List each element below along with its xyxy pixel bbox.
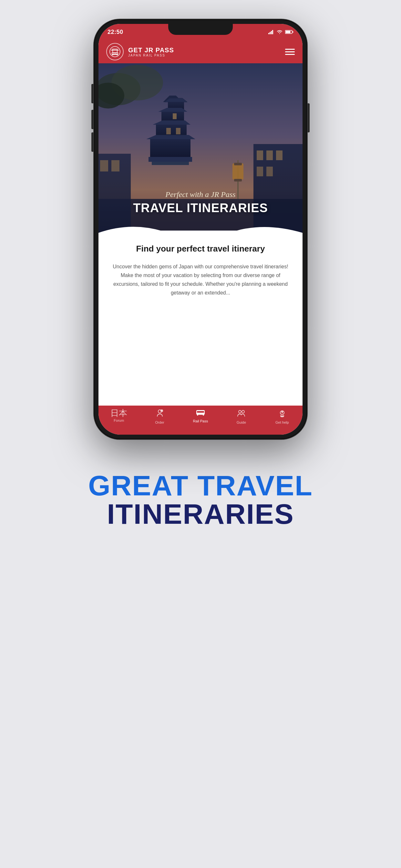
svg-rect-66	[281, 411, 283, 412]
hero-subtitle: Perfect with a JR Pass	[105, 190, 296, 199]
content-section: Find your perfect travel itinerary Uncov…	[98, 230, 303, 409]
promo-line2: ITINERARIES	[88, 500, 312, 528]
hero-section: Perfect with a JR Pass TRAVEL ITINERARIE…	[98, 63, 303, 244]
svg-rect-50	[98, 63, 303, 244]
tab-icon-forum: 日本	[111, 409, 127, 417]
tab-label-guide: Guide	[237, 421, 246, 424]
hamburger-menu-button[interactable]	[285, 49, 295, 55]
svg-rect-61	[197, 414, 204, 415]
tab-item-railpass[interactable]: Rail Pass	[180, 409, 221, 423]
svg-rect-17	[117, 50, 118, 52]
svg-rect-6	[292, 31, 294, 33]
svg-rect-1	[270, 32, 271, 34]
svg-rect-2	[271, 31, 272, 34]
signal-icon	[268, 30, 274, 34]
hero-text: Perfect with a JR Pass TRAVEL ITINERARIE…	[98, 190, 303, 215]
tab-bar: 日本 Forum + Order	[98, 406, 303, 435]
svg-text:+: +	[161, 410, 162, 412]
content-heading: Find your perfect travel itinerary	[109, 244, 292, 254]
svg-point-12	[112, 55, 113, 56]
tab-icon-railpass	[196, 409, 205, 418]
svg-rect-5	[286, 31, 290, 33]
svg-rect-57	[199, 413, 201, 414]
wifi-icon	[277, 30, 282, 34]
svg-rect-16	[112, 50, 113, 52]
hero-title: TRAVEL ITINERARIES	[105, 202, 296, 215]
svg-rect-15	[112, 49, 118, 50]
tab-label-order: Order	[155, 421, 164, 424]
tab-label-gethelp: Get help	[275, 421, 289, 424]
svg-point-13	[117, 55, 118, 56]
promo-text: GREAT TRAVEL ITINERARIES	[88, 471, 312, 528]
svg-point-63	[242, 410, 244, 413]
tab-item-gethelp[interactable]: Get help	[262, 409, 303, 424]
svg-rect-14	[111, 50, 119, 51]
tab-icon-order: +	[155, 409, 164, 419]
svg-rect-58	[203, 413, 204, 414]
svg-rect-56	[197, 413, 198, 414]
svg-point-65	[281, 412, 283, 413]
promo-line1: GREAT TRAVEL	[88, 471, 312, 500]
svg-rect-11	[116, 53, 118, 54]
tab-item-order[interactable]: + Order	[139, 409, 180, 424]
logo-icon	[109, 46, 121, 58]
logo-circle	[106, 43, 124, 60]
logo-sub-text: JAPAN RAIL PASS	[128, 54, 174, 57]
phone-notch	[168, 24, 233, 35]
svg-rect-0	[268, 33, 269, 34]
status-time: 22:50	[107, 29, 123, 35]
logo-text: GET JR PASS JAPAN RAIL PASS	[128, 46, 174, 57]
tab-label-railpass: Rail Pass	[193, 419, 208, 423]
svg-rect-3	[272, 30, 273, 34]
svg-rect-9	[112, 53, 114, 54]
app-header: GET JR PASS JAPAN RAIL PASS	[98, 40, 303, 63]
svg-point-7	[110, 46, 120, 57]
svg-rect-55	[197, 411, 204, 413]
svg-rect-10	[114, 53, 116, 54]
tab-icon-guide	[237, 409, 246, 419]
logo-area: GET JR PASS JAPAN RAIL PASS	[106, 43, 174, 60]
phone-screen: 22:50	[98, 24, 303, 435]
logo-main-text: GET JR PASS	[128, 46, 174, 54]
battery-icon	[285, 30, 294, 34]
tab-item-guide[interactable]: Guide	[221, 409, 261, 424]
status-icons	[268, 30, 294, 34]
content-body: Uncover the hidden gems of Japan with ou…	[109, 262, 292, 298]
tab-item-forum[interactable]: 日本 Forum	[98, 409, 139, 423]
svg-point-62	[239, 410, 241, 413]
hero-illustration	[98, 63, 303, 244]
tab-label-forum: Forum	[114, 418, 124, 423]
tab-icon-gethelp	[278, 409, 287, 419]
phone-frame: 22:50	[94, 20, 307, 439]
